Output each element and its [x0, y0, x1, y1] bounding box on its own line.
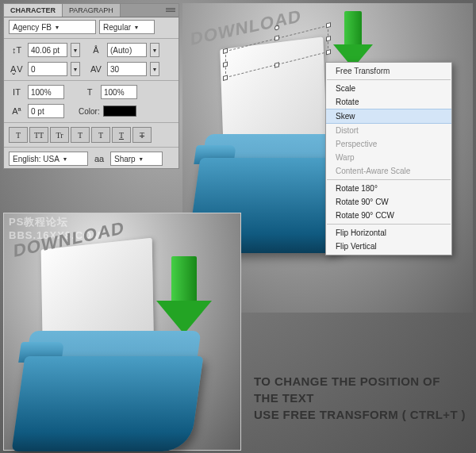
leading-icon: Å — [88, 45, 104, 55]
hscale-icon: T — [82, 87, 98, 97]
superscript-button[interactable]: T — [71, 127, 90, 143]
font-style-value: Regular — [103, 23, 131, 32]
kerning-input[interactable]: 0 — [28, 62, 67, 76]
antialias-value: Sharp — [114, 155, 136, 163]
tracking-dropdown[interactable]: ▼ — [150, 62, 159, 76]
caption-line2: USE FREE TRANSFORM ( CTRL+T ) — [254, 406, 468, 423]
ctx-warp: Warp — [326, 151, 451, 164]
instruction-caption: TO CHANGE THE POSITION OF THE TEXT USE F… — [254, 373, 468, 423]
ctx-distort: Distort — [326, 124, 451, 137]
tracking-icon: AV — [88, 64, 104, 74]
handle-mid-right[interactable] — [326, 36, 331, 41]
kerning-icon: A̮V — [9, 64, 25, 75]
tracking-input[interactable]: 30 — [107, 62, 147, 76]
ctx-scale[interactable]: Scale — [326, 82, 451, 95]
transform-context-menu: Free Transform Scale Rotate Skew Distort… — [325, 62, 452, 255]
font-family-value: Agency FB — [13, 23, 52, 32]
leading-input[interactable]: (Auto) — [107, 43, 147, 57]
strikethrough-button[interactable]: T — [132, 127, 152, 143]
hscale-input[interactable]: 100% — [101, 85, 137, 99]
font-family-select[interactable]: Agency FB▼ — [9, 20, 96, 34]
ctx-perspective: Perspective — [326, 137, 451, 151]
language-value: English: USA — [13, 155, 60, 163]
baseline-input[interactable]: 0 pt — [28, 104, 64, 118]
caption-line1: TO CHANGE THE POSITION OF THE TEXT — [254, 373, 468, 406]
ctx-content-aware-scale: Content-Aware Scale — [326, 164, 451, 178]
ctx-header: Free Transform — [326, 64, 451, 78]
chevron-down-icon: ▼ — [61, 156, 69, 162]
handle-top-left[interactable] — [223, 48, 228, 53]
color-label: Color: — [79, 107, 100, 116]
watermark-line1: PS教程论坛 — [9, 216, 68, 229]
menu-icon — [166, 7, 175, 13]
ctx-rotate-90-cw[interactable]: Rotate 90° CW — [326, 195, 451, 209]
font-size-icon: ↕T — [9, 45, 25, 55]
antialias-select[interactable]: Sharp▼ — [110, 152, 163, 166]
panel-menu-button[interactable] — [121, 4, 178, 17]
subscript-button[interactable]: T — [91, 127, 110, 143]
chevron-down-icon: ▼ — [53, 25, 61, 30]
allcaps-button[interactable]: TT — [29, 127, 48, 143]
kerning-dropdown[interactable]: ▼ — [71, 62, 80, 76]
leading-dropdown[interactable]: ▼ — [150, 43, 159, 57]
handle-mid-left[interactable] — [223, 61, 228, 67]
tab-paragraph[interactable]: PARAGRAPH — [63, 4, 121, 17]
font-size-input[interactable]: 40.06 pt — [28, 43, 67, 57]
antialias-icon: aa — [91, 154, 107, 163]
inset-preview: PS教程论坛 BBS.16XX8.COM DOWNLOAD — [3, 213, 241, 451]
ctx-rotate-180[interactable]: Rotate 180° — [326, 182, 451, 195]
ctx-skew[interactable]: Skew — [326, 109, 451, 124]
font-style-select[interactable]: Regular▼ — [99, 20, 155, 34]
type-style-buttons: T TT Tr T T T T — [4, 125, 178, 145]
ctx-rotate[interactable]: Rotate — [326, 95, 451, 109]
panel-tabs: CHARACTER PARAGRAPH — [4, 4, 178, 17]
handle-top-center[interactable] — [274, 35, 279, 40]
handle-bottom-right[interactable] — [326, 49, 331, 55]
handle-top-right[interactable] — [326, 22, 331, 28]
ctx-flip-vertical[interactable]: Flip Vertical — [326, 240, 451, 253]
ctx-rotate-90-ccw[interactable]: Rotate 90° CCW — [326, 209, 451, 222]
language-select[interactable]: English: USA▼ — [9, 152, 88, 166]
vscale-input[interactable]: 100% — [28, 85, 64, 99]
font-size-dropdown[interactable]: ▼ — [71, 43, 80, 57]
color-swatch[interactable] — [103, 106, 136, 117]
chevron-down-icon: ▼ — [132, 25, 140, 30]
vscale-icon: IT — [9, 87, 25, 97]
underline-button[interactable]: T — [112, 127, 131, 143]
baseline-icon: Aª — [9, 106, 25, 116]
folder-icon — [23, 331, 213, 453]
chevron-down-icon: ▼ — [137, 156, 145, 162]
character-panel: CHARACTER PARAGRAPH Agency FB▼ Regular▼ … — [3, 3, 179, 169]
ctx-flip-horizontal[interactable]: Flip Horizontal — [326, 226, 451, 240]
tab-character[interactable]: CHARACTER — [4, 4, 63, 17]
faux-bold-button[interactable]: T — [9, 127, 28, 143]
smallcaps-button[interactable]: Tr — [50, 127, 69, 143]
